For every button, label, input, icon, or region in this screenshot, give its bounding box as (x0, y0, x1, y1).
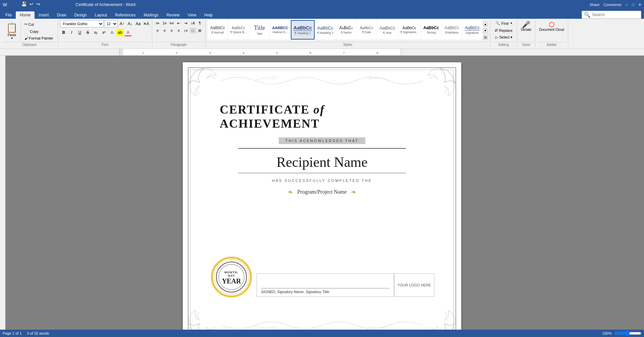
bullets-btn[interactable]: ≡• (154, 20, 161, 26)
align-right-btn[interactable]: ≡ (168, 27, 175, 33)
logo-text: YOUR LOGO HERE (397, 283, 431, 287)
redo-qa-btn[interactable]: ↪ (35, 1, 41, 7)
decrease-font-btn[interactable]: A↓ (126, 20, 134, 27)
justify-btn[interactable]: ≡ (175, 27, 182, 33)
style-signature2[interactable]: AaBbCc Signature (462, 20, 482, 40)
subscript-btn[interactable]: x₂ (92, 29, 100, 36)
style-sigLine-preview: AaBbCc (400, 26, 418, 30)
underline-btn[interactable]: U (76, 29, 84, 36)
change-case-btn[interactable]: Aa (135, 20, 142, 27)
bold-btn[interactable]: B (60, 29, 67, 36)
ruler-content[interactable]: 1 2 3 4 5 6 7 8 (119, 49, 401, 56)
sort-btn[interactable]: ↕A (190, 20, 196, 26)
text-effects-btn[interactable]: A (108, 29, 116, 36)
dictate-btn[interactable]: 🎤 Dictate (519, 20, 533, 32)
paste-icon: 📋 (6, 22, 18, 33)
cert-recipient[interactable]: Recipient Name (276, 154, 368, 170)
style-strong[interactable]: AaBbCc Strong (421, 20, 441, 40)
numbering-btn[interactable]: 1≡ (161, 20, 168, 26)
cert-subtitle[interactable]: THIS ACKNOWLEDGES THAT (279, 137, 365, 144)
tab-references[interactable]: References (111, 11, 140, 19)
zoom-slider[interactable] (614, 331, 641, 336)
font-name-select[interactable]: Franklin Gothic (60, 20, 104, 27)
styles-scroll-up-btn[interactable]: ▲ (483, 22, 487, 26)
decrease-indent-btn[interactable]: ⇤ (175, 20, 182, 26)
undo-qa-btn[interactable]: ↩ (29, 1, 35, 7)
italic-btn[interactable]: I (68, 29, 75, 36)
styles-more-btn[interactable]: ⊞ (483, 35, 487, 40)
align-left-btn[interactable]: ≡ (154, 27, 161, 33)
certificate-content[interactable]: CERTIFICATE of ACHIEVEMENT THIS ACKNOWLE… (193, 72, 451, 314)
align-center-btn[interactable]: ≡ (161, 27, 168, 33)
share-btn[interactable]: Share (590, 3, 599, 7)
tab-insert[interactable]: Insert (35, 11, 53, 19)
clipboard-label: Clipboard (3, 42, 55, 47)
search-box[interactable]: 🔍 (582, 11, 641, 19)
paste-btn[interactable]: 📋 Paste ▼ (3, 21, 21, 41)
cert-completed[interactable]: HAS SUCCESSFULLY COMPLETED THE (272, 179, 372, 183)
comments-btn[interactable]: Comments (603, 3, 621, 7)
strikethrough-btn[interactable]: S (84, 29, 92, 36)
copy-btn[interactable]: 📄 Copy (23, 28, 55, 35)
document-cloud-btn[interactable]: ⬡ Document Cloud (537, 20, 566, 32)
format-painter-btn[interactable]: 🖌 Format Painter (23, 35, 55, 41)
tab-mailings[interactable]: Mailings (140, 11, 162, 19)
signed-label: SIGNED, (261, 290, 276, 294)
tab-review[interactable]: Review (162, 11, 183, 19)
tab-view[interactable]: View (184, 11, 201, 19)
cut-btn[interactable]: ✂ Cut (23, 21, 55, 27)
tab-layout[interactable]: Layout (91, 11, 111, 19)
line-spacing-btn[interactable]: ↕≡ (182, 27, 189, 33)
style-intenseE-preview: AABBCC (272, 26, 288, 30)
style-heading1[interactable]: AaBbCc ¶ Heading 1 (291, 20, 314, 40)
increase-font-btn[interactable]: A↑ (118, 20, 126, 27)
style-name[interactable]: AaBbCc ¶ Name (336, 20, 356, 40)
superscript-btn[interactable]: x² (100, 29, 108, 36)
styles-scroll-btns: ▲ ▼ ⊞ (483, 20, 488, 41)
multilevel-btn[interactable]: ≡≡ (168, 20, 175, 26)
increase-indent-btn[interactable]: ⇥ (182, 20, 189, 26)
cert-title[interactable]: CERTIFICATE of ACHIEVEMENT (220, 103, 325, 130)
style-normal[interactable]: AaBbCc ¶ Normal (208, 20, 228, 40)
search-input[interactable] (592, 12, 639, 17)
style-emphasis[interactable]: AaBbCc Emphasis (442, 20, 462, 40)
find-btn[interactable]: 🔍 Find ▼ (493, 20, 515, 26)
show-formatting-btn[interactable]: ¶ (197, 20, 203, 26)
shading-btn[interactable]: □ (190, 27, 196, 33)
replace-btn[interactable]: ⇄ Replace (492, 27, 515, 33)
adobe-icon: ⬡ (549, 21, 554, 28)
font-label: Font (60, 42, 150, 47)
text-highlight-btn[interactable]: ab (116, 29, 124, 36)
style-heading2[interactable]: AaBbCc ¶ Heading 2 (315, 20, 336, 40)
style-title[interactable]: Title Title (250, 20, 270, 40)
style-sigLine[interactable]: AaBbCc ¶ Signature... (398, 20, 421, 40)
style-intenseE[interactable]: AABBCC Intense E... (270, 20, 291, 40)
cert-signature-box[interactable]: SIGNED, Signatory Name, Signatory Title (257, 273, 394, 297)
save-qa-btn[interactable]: 💾 (20, 1, 28, 7)
page[interactable]: CERTIFICATE of ACHIEVEMENT THIS ACKNOWLE… (183, 62, 461, 337)
cert-logo-box[interactable]: YOUR LOGO HERE (394, 273, 434, 297)
cert-title-row: CERTIFICATE of ACHIEVEMENT (220, 103, 424, 131)
tab-help[interactable]: Help (200, 11, 217, 19)
styles-scroll-down-btn[interactable]: ▼ (483, 28, 487, 33)
borders-btn[interactable]: ⊞ (197, 27, 203, 33)
style-year[interactable]: AaBbCc ¶ Year (377, 20, 398, 40)
select-btn[interactable]: ▷ Select ▾ (493, 34, 515, 41)
maximize-btn[interactable]: □ (632, 3, 634, 7)
cert-program[interactable]: Program/Project Name (297, 189, 346, 195)
font-color-btn[interactable]: A (124, 29, 132, 36)
tab-file[interactable]: File (1, 11, 16, 19)
style-name-label: ¶ Name (339, 31, 353, 34)
tab-home[interactable]: Home (16, 11, 35, 19)
styles-label: Styles (208, 42, 488, 47)
style-spaceB[interactable]: AaBbCc ¶ Space B... (228, 20, 249, 40)
close-btn[interactable]: ✕ (638, 3, 641, 7)
font-size-select[interactable]: 12 (104, 20, 118, 27)
ruler: 1 2 3 4 5 6 7 8 (0, 49, 644, 56)
style-date[interactable]: AaBbCc ¶ Date (357, 20, 377, 40)
clear-format-btn[interactable]: ✕A (143, 20, 150, 27)
tab-draw[interactable]: Draw (53, 11, 70, 19)
tab-design[interactable]: Design (70, 11, 91, 19)
minimize-btn[interactable]: ─ (626, 3, 628, 7)
seal-year: YEAR (221, 277, 243, 285)
